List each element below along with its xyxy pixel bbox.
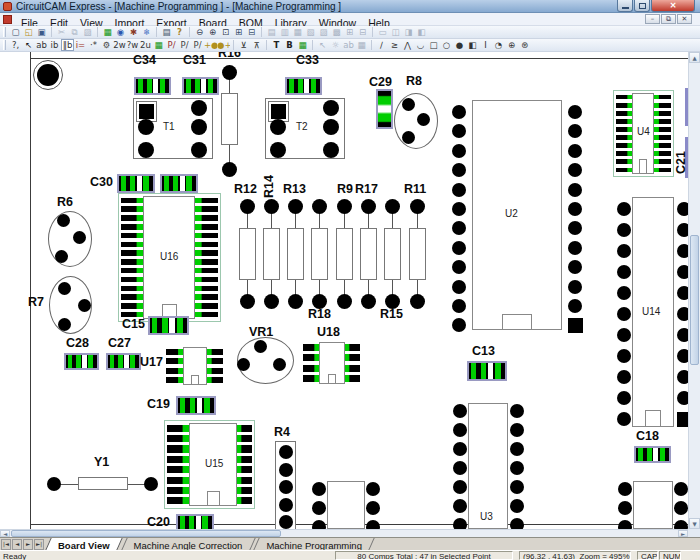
tab-nav-2[interactable]: ► bbox=[23, 539, 33, 550]
print-icon[interactable]: ▤ bbox=[160, 26, 173, 38]
move-to-bottom-icon[interactable]: ⊻ bbox=[237, 39, 250, 51]
component-C18[interactable] bbox=[634, 446, 671, 463]
vertical-scrollbar[interactable]: ▲ ▼ bbox=[688, 52, 700, 529]
component-R6[interactable] bbox=[48, 211, 92, 267]
sun-icon[interactable]: ☼ bbox=[329, 39, 342, 51]
component-U-BL[interactable] bbox=[312, 481, 380, 529]
vertical-scroll-thumb[interactable] bbox=[690, 235, 699, 365]
component-U-BR[interactable] bbox=[618, 481, 688, 529]
select-gray-icon[interactable]: ↖ bbox=[316, 39, 329, 51]
component-R9[interactable] bbox=[336, 198, 354, 309]
query-wire-icon[interactable]: ?w bbox=[126, 39, 139, 51]
help-icon[interactable]: ? bbox=[173, 26, 186, 38]
cut-icon[interactable]: ✂ bbox=[55, 26, 68, 38]
move-to-top-icon[interactable]: ⊼ bbox=[250, 39, 263, 51]
tab-nav-0[interactable]: |◄ bbox=[1, 539, 11, 550]
scroll-right-arrow[interactable]: ► bbox=[678, 530, 688, 537]
filled-circle-icon[interactable]: ● bbox=[453, 39, 466, 51]
component-R7[interactable] bbox=[49, 276, 92, 334]
scroll-up-arrow[interactable]: ▲ bbox=[689, 52, 700, 63]
close-button[interactable]: ✕ bbox=[651, 0, 695, 12]
two-up-icon[interactable]: 2u bbox=[139, 39, 152, 51]
component-C15[interactable] bbox=[148, 316, 189, 335]
horizontal-scroll-thumb[interactable] bbox=[11, 530, 281, 537]
tab-nav-1[interactable]: ◄ bbox=[12, 539, 22, 550]
component-R15[interactable] bbox=[384, 198, 402, 309]
align-grid-2-icon[interactable]: ▥ bbox=[278, 26, 291, 38]
footprint-ab-icon[interactable]: ab bbox=[35, 39, 48, 51]
circle-icon[interactable]: ○ bbox=[440, 39, 453, 51]
component-R18[interactable] bbox=[311, 198, 329, 309]
component-R14[interactable] bbox=[263, 198, 281, 309]
tab-machine-angle-correction[interactable]: Machine Angle Correction bbox=[124, 538, 253, 550]
star-point-icon[interactable]: ·* bbox=[87, 39, 100, 51]
component-C19[interactable] bbox=[176, 396, 216, 415]
angle-icon[interactable]: ≥ bbox=[388, 39, 401, 51]
polyline-icon[interactable]: ⋀ bbox=[401, 39, 414, 51]
component-C33[interactable] bbox=[285, 77, 322, 95]
zoom-previous-icon[interactable]: ⊟ bbox=[245, 26, 258, 38]
component-C30B[interactable] bbox=[160, 174, 198, 193]
align-grid-7-icon[interactable]: ⊞ bbox=[343, 26, 356, 38]
align-grid-4-icon[interactable]: ▧ bbox=[304, 26, 317, 38]
zoom-in-icon[interactable]: ⊕ bbox=[206, 26, 219, 38]
tab-board-view[interactable]: Board View bbox=[48, 538, 120, 550]
component-R12[interactable] bbox=[239, 198, 257, 309]
component-VR1[interactable] bbox=[237, 337, 294, 384]
component-C34[interactable] bbox=[134, 77, 171, 95]
origin-icon[interactable]: ⊛ bbox=[518, 39, 531, 51]
bottom-side-icon[interactable]: B bbox=[283, 39, 296, 51]
component-R8[interactable] bbox=[394, 93, 438, 149]
component-R16[interactable] bbox=[221, 64, 239, 177]
pie-icon[interactable]: ◔ bbox=[492, 39, 505, 51]
machine-icon[interactable]: ✱ bbox=[127, 26, 140, 38]
both-sides-icon[interactable]: ▦ bbox=[296, 39, 309, 51]
component-U18[interactable] bbox=[303, 342, 360, 384]
paste-icon[interactable]: ▨ bbox=[81, 26, 94, 38]
active-bars-icon[interactable]: ‖b bbox=[61, 39, 74, 51]
add-fiducial-icon[interactable]: +● bbox=[204, 39, 217, 51]
half-rectangle-icon[interactable]: ◧ bbox=[466, 39, 479, 51]
two-wire-icon[interactable]: 2w bbox=[113, 39, 126, 51]
line-icon[interactable]: ∕ bbox=[375, 39, 388, 51]
component-R4[interactable] bbox=[275, 441, 296, 529]
component-C13[interactable] bbox=[467, 361, 507, 381]
zoom-out-icon[interactable]: ⊖ bbox=[193, 26, 206, 38]
align-grid-8-icon[interactable]: ⊟ bbox=[356, 26, 369, 38]
component-C30[interactable] bbox=[117, 174, 155, 193]
blank-icon[interactable]: ◧ bbox=[415, 26, 428, 38]
arc-icon[interactable]: ◡ bbox=[414, 39, 427, 51]
zoom-board-icon[interactable]: ⊞ bbox=[232, 26, 245, 38]
board-canvas[interactable]: C34C31C33R16T1T2C29R8C30U16C15R6R7C28C27… bbox=[0, 52, 688, 529]
panel-icon[interactable]: ▭ bbox=[376, 26, 389, 38]
copy-icon[interactable]: ⧉ bbox=[68, 26, 81, 38]
place-3-icon[interactable]: P/ bbox=[191, 39, 204, 51]
align-grid-3-icon[interactable]: ▦ bbox=[291, 26, 304, 38]
component-R13[interactable] bbox=[287, 198, 305, 309]
frame-icon[interactable]: ◫ bbox=[389, 26, 402, 38]
mdi-minimize-button[interactable]: – bbox=[645, 14, 660, 24]
insert-red-icon[interactable]: i= bbox=[74, 39, 87, 51]
align-grid-1-icon[interactable]: ▤ bbox=[265, 26, 278, 38]
context-help-icon[interactable]: ?, bbox=[9, 39, 22, 51]
top-side-icon[interactable]: T bbox=[270, 39, 283, 51]
target-icon[interactable]: ⊕ bbox=[505, 39, 518, 51]
component-C27[interactable] bbox=[106, 353, 141, 370]
maximize-button[interactable] bbox=[634, 0, 650, 12]
open-icon[interactable]: ◱ bbox=[22, 26, 35, 38]
mdi-restore-button[interactable]: ⧉ bbox=[661, 14, 676, 24]
text-i-icon[interactable]: I bbox=[479, 39, 492, 51]
grid-icon[interactable]: ▦ bbox=[355, 39, 368, 51]
component-R17[interactable] bbox=[360, 198, 378, 309]
globe-icon[interactable]: ◉ bbox=[114, 26, 127, 38]
component-C31[interactable] bbox=[182, 77, 219, 95]
footprint-ib-icon[interactable]: ib bbox=[48, 39, 61, 51]
place-2-icon[interactable]: P/ bbox=[178, 39, 191, 51]
place-1-icon[interactable]: P/ bbox=[165, 39, 178, 51]
tool-icon[interactable]: ◨ bbox=[402, 26, 415, 38]
minimize-button[interactable] bbox=[617, 0, 633, 12]
mdi-close-button[interactable]: ✕ bbox=[677, 14, 692, 24]
align-grid-5-icon[interactable]: ▨ bbox=[317, 26, 330, 38]
component-C20[interactable] bbox=[176, 514, 214, 529]
component-C28[interactable] bbox=[64, 353, 99, 370]
